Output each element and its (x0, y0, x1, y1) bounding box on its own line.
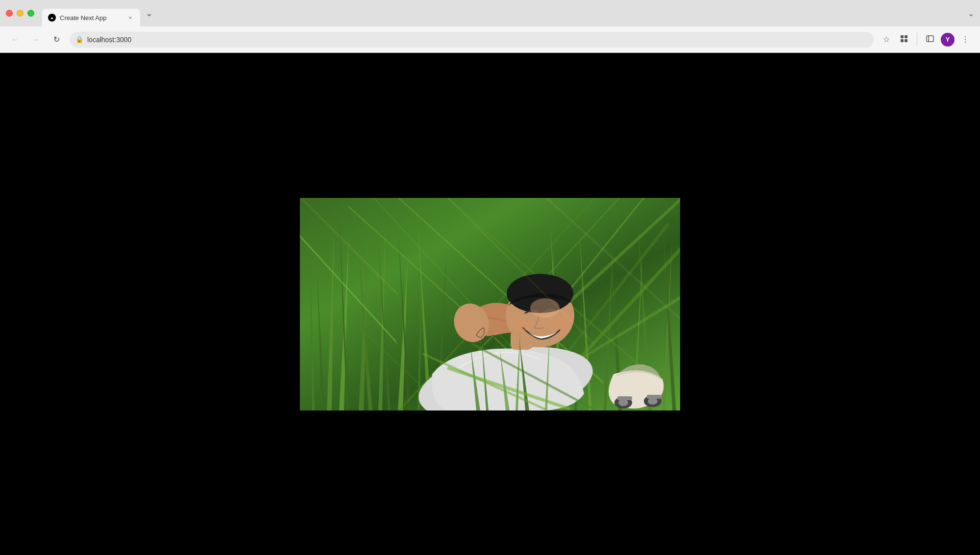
svg-rect-21 (647, 395, 662, 399)
tab-title: Create Next App (60, 14, 122, 22)
svg-point-19 (648, 398, 658, 405)
bookmark-button[interactable]: ☆ (880, 33, 893, 47)
svg-rect-3 (905, 39, 907, 42)
title-bar: Create Next App × ⌄ ⌄ (0, 0, 980, 26)
svg-point-13 (514, 319, 532, 331)
page-image (300, 198, 680, 410)
separator (917, 33, 917, 47)
back-button[interactable]: ← (8, 32, 23, 47)
maximize-window-button[interactable] (27, 10, 34, 17)
active-tab[interactable]: Create Next App × (42, 9, 140, 26)
extension-icon (900, 34, 908, 45)
forward-button[interactable]: → (28, 32, 43, 47)
svg-rect-4 (927, 36, 933, 42)
tab-close-button[interactable]: × (126, 14, 134, 22)
bookmark-icon: ☆ (883, 35, 890, 44)
lock-icon: 🔒 (75, 36, 83, 43)
url-display: localhost:3000 (87, 36, 868, 44)
svg-rect-0 (901, 35, 904, 38)
svg-rect-20 (617, 396, 632, 400)
svg-rect-1 (905, 35, 907, 38)
tab-bar: Create Next App × ⌄ (42, 0, 974, 26)
nav-bar: ← → ↻ 🔒 localhost:3000 ☆ (0, 26, 980, 53)
nav-actions: ☆ Y ⋮ (880, 33, 972, 47)
svg-point-14 (551, 317, 568, 329)
sidebar-icon (926, 34, 934, 45)
tab-expand-button[interactable]: ⌄ (968, 9, 974, 18)
reload-button[interactable]: ↻ (49, 32, 64, 47)
svg-rect-2 (901, 39, 904, 42)
profile-avatar[interactable]: Y (941, 33, 955, 47)
browser-content (0, 53, 980, 555)
forward-icon: → (32, 35, 40, 44)
back-icon: ← (11, 35, 19, 44)
more-options-button[interactable]: ⋮ (958, 33, 972, 47)
extension-button[interactable] (897, 33, 911, 47)
traffic-lights (6, 10, 34, 17)
tab-favicon (48, 14, 56, 22)
sidebar-toggle-button[interactable] (923, 33, 937, 47)
svg-point-18 (618, 399, 628, 406)
more-icon: ⋮ (961, 35, 969, 44)
close-window-button[interactable] (6, 10, 13, 17)
new-tab-button[interactable]: ⌄ (142, 6, 156, 20)
photo-illustration (300, 198, 680, 410)
reload-icon: ↻ (53, 35, 60, 44)
minimize-window-button[interactable] (17, 10, 24, 17)
address-bar[interactable]: 🔒 localhost:3000 (70, 32, 874, 48)
svg-point-15 (530, 298, 560, 318)
